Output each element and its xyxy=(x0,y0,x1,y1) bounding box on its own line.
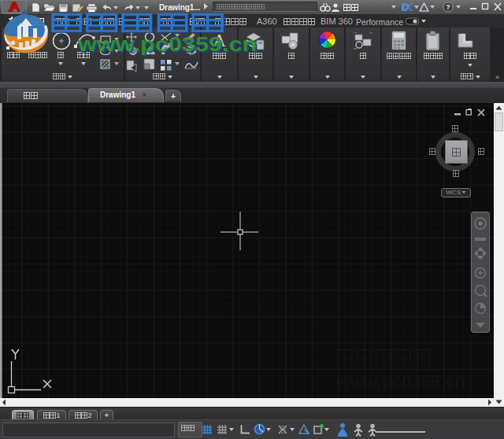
svg-text:?: ? xyxy=(446,3,450,11)
